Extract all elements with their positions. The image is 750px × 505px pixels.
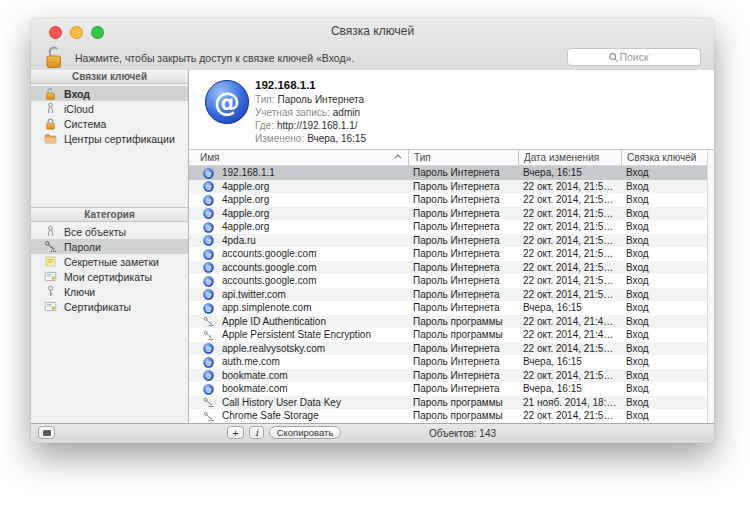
table-row[interactable]: Call History User Data Key Пароль програ… (189, 396, 714, 410)
detail-title: 192.168.1.1 (255, 79, 366, 91)
secure-note-icon (44, 255, 57, 268)
table-row[interactable]: auth.me.com Пароль Интернета Вчера, 16:1… (189, 355, 714, 369)
table-row[interactable]: 192.168.1.1 Пароль Интернета Вчера, 16:1… (189, 166, 714, 180)
sidebar-item-keychain-система[interactable]: Система (31, 116, 188, 131)
cell-type: Пароль Интернета (408, 275, 518, 286)
sidebar-item-category-ключи[interactable]: Ключи (31, 284, 188, 299)
sidebar-item-label: iCloud (64, 103, 94, 115)
detail-field-account: Учетная запись:admin (255, 106, 366, 119)
cell-type: Пароль Интернета (408, 262, 518, 273)
sidebar-item-category-сертификаты[interactable]: Сертификаты (31, 299, 188, 314)
search-field[interactable] (567, 48, 701, 66)
sort-ascending-icon (394, 154, 402, 159)
cell-type: Пароль программы (408, 397, 518, 408)
sidebar-item-category-секретные-заметки[interactable]: Секретные заметки (31, 254, 188, 269)
cell-type: Пароль Интернета (408, 235, 518, 246)
cell-type: Пароль Интернета (408, 302, 518, 313)
table-row[interactable]: app.simplenote.com Пароль Интернета Вчер… (189, 301, 714, 315)
cell-type: Пароль программы (408, 329, 518, 340)
key-outline-icon (44, 285, 57, 298)
table-row[interactable]: bookmate.com Пароль Интернета Вчера, 16:… (189, 382, 714, 396)
cell-date: Вчера, 16:15 (518, 302, 621, 313)
cell-date: 22 окт. 2014, 21:5… (518, 221, 621, 232)
column-header-date[interactable]: Дата изменения (518, 150, 621, 165)
titlebar: Связка ключей (31, 18, 714, 44)
cell-type: Пароль Интернета (408, 289, 518, 300)
search-input[interactable] (568, 49, 700, 65)
table-row[interactable]: 4apple.org Пароль Интернета 22 окт. 2014… (189, 207, 714, 221)
table-header: Имя Тип Дата изменения Связка ключей (189, 150, 714, 166)
cell-keychain: Вход (621, 181, 714, 192)
table-row[interactable]: bookmate.com Пароль Интернета 22 окт. 20… (189, 369, 714, 383)
window-chrome: Связка ключей Нажмите, чтобы закрыть дос… (31, 18, 714, 71)
vertical-scrollbar[interactable] (707, 150, 714, 424)
internet-password-icon (203, 289, 214, 300)
cell-keychain: Вход (621, 356, 714, 367)
cell-keychain: Вход (621, 397, 714, 408)
cell-date: 22 окт. 2014, 21:5… (518, 410, 621, 421)
table-row[interactable]: Apple ID Authentication Пароль программы… (189, 315, 714, 329)
keychains-section-header: Связки ключей (31, 70, 188, 84)
unlocked-padlock-icon[interactable] (44, 45, 64, 69)
table-row[interactable]: apple.realvysotsky.com Пароль Интернета … (189, 342, 714, 356)
sidebar-item-keychain-icloud[interactable]: iCloud (31, 101, 188, 116)
cell-name: bookmate.com (218, 383, 408, 394)
sidebar-item-label: Пароли (64, 241, 101, 253)
cell-type: Пароль Интернета (408, 248, 518, 259)
internet-password-icon (203, 276, 214, 287)
detail-field-where: Где:http://192.168.1.1/ (255, 119, 366, 132)
cell-keychain: Вход (621, 208, 714, 219)
cell-keychain: Вход (621, 370, 714, 381)
sidebar-spacer (31, 146, 188, 207)
cell-type: Пароль Интернета (408, 208, 518, 219)
table-row[interactable]: 4apple.org Пароль Интернета 22 окт. 2014… (189, 220, 714, 234)
table-row[interactable]: api.twitter.com Пароль Интернета 22 окт.… (189, 288, 714, 302)
table-row[interactable]: accounts.google.com Пароль Интернета 22 … (189, 274, 714, 288)
password-key-icon (44, 240, 57, 253)
cell-name: accounts.google.com (218, 262, 408, 273)
table-row[interactable]: accounts.google.com Пароль Интернета 22 … (189, 261, 714, 275)
locked-padlock-icon (44, 117, 57, 130)
sidebar: Связки ключей Вход iCloud Система Центры… (31, 70, 189, 424)
sidebar-item-keychain-вход[interactable]: Вход (31, 86, 188, 101)
keychains-list: Вход iCloud Система Центры сертификации (31, 86, 188, 146)
cell-name: auth.me.com (218, 356, 408, 367)
sidebar-item-category-все-объекты[interactable]: Все объекты (31, 224, 188, 239)
cell-date: 22 окт. 2014, 21:5… (518, 248, 621, 259)
table-row[interactable]: 4apple.org Пароль Интернета 22 окт. 2014… (189, 193, 714, 207)
table-row[interactable]: Chrome Safe Storage Пароль программы 22 … (189, 409, 714, 423)
cell-name: 4apple.org (218, 194, 408, 205)
table-row[interactable]: accounts.google.com Пароль Интернета 22 … (189, 247, 714, 261)
sidebar-item-label: Центры сертификации (64, 133, 175, 145)
cell-type: Пароль Интернета (408, 221, 518, 232)
cell-type: Пароль Интернета (408, 181, 518, 192)
sidebar-item-category-пароли[interactable]: Пароли (31, 239, 188, 254)
cell-date: 22 окт. 2014, 21:4… (518, 329, 621, 340)
cell-type: Пароль Интернета (408, 194, 518, 205)
window-title: Связка ключей (31, 24, 714, 38)
sidebar-item-keychain-центры-сертификации[interactable]: Центры сертификации (31, 131, 188, 146)
table-row[interactable]: Apple Persistent State Encryption Пароль… (189, 328, 714, 342)
cell-date: 22 окт. 2014, 21:4… (518, 316, 621, 327)
cell-name: 192.168.1.1 (218, 167, 408, 178)
internet-password-icon (203, 168, 214, 179)
items-count: Объектов: 143 (31, 428, 714, 439)
table-row[interactable]: 4pda.ru Пароль Интернета 22 окт. 2014, 2… (189, 234, 714, 248)
cell-keychain: Вход (621, 235, 714, 246)
categories-list: Все объекты Пароли Секретные заметки Мои… (31, 224, 188, 314)
cell-type: Пароль программы (408, 410, 518, 421)
cell-date: Вчера, 16:15 (518, 167, 621, 178)
internet-password-icon (203, 343, 214, 354)
column-header-keychain[interactable]: Связка ключей (621, 150, 714, 165)
column-header-type[interactable]: Тип (408, 150, 518, 165)
internet-password-icon (203, 357, 214, 368)
sidebar-item-category-мои-сертификаты[interactable]: Мои сертификаты (31, 269, 188, 284)
internet-password-icon (203, 222, 214, 233)
column-header-name[interactable]: Имя (189, 150, 408, 165)
app-password-key-icon (203, 316, 214, 327)
cell-date: 22 окт. 2014, 21:5… (518, 194, 621, 205)
internet-password-icon (203, 181, 214, 192)
unlocked-padlock-icon (44, 87, 57, 100)
table-row[interactable]: 4apple.org Пароль Интернета 22 окт. 2014… (189, 180, 714, 194)
cell-date: 22 окт. 2014, 21:5… (518, 208, 621, 219)
